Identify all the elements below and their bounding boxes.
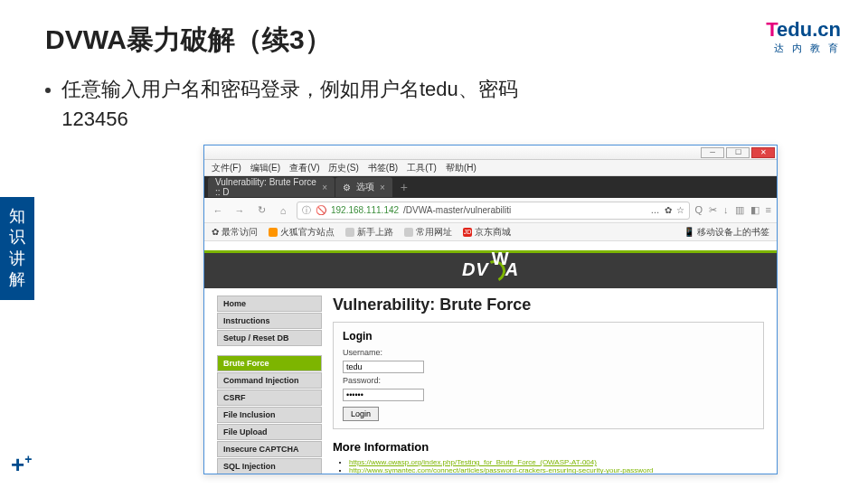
page-icon: [404, 228, 413, 237]
login-heading: Login: [343, 330, 754, 343]
library-icon[interactable]: ▥: [735, 204, 744, 216]
menu-tools[interactable]: 工具(T): [407, 162, 437, 174]
window-titlebar: ─ ☐ ✕: [204, 145, 777, 160]
tab-dvwa[interactable]: Vulnerability: Brute Force :: D×: [208, 177, 335, 197]
menu-icon[interactable]: ≡: [766, 204, 771, 216]
no-track-icon: 🚫: [316, 205, 326, 215]
tab-close-icon[interactable]: ×: [322, 183, 327, 192]
screenshot-icon[interactable]: ✂: [709, 204, 717, 216]
login-button[interactable]: Login: [343, 407, 379, 421]
menu-history[interactable]: 历史(S): [328, 162, 358, 174]
tab-options[interactable]: ⚙选项×: [335, 177, 392, 197]
more-info-heading: More Information: [333, 440, 764, 454]
slide-title: DVWA暴力破解（续3）: [45, 22, 332, 59]
dvwa-sidebar: Home Instructions Setup / Reset DB Brute…: [217, 296, 322, 474]
tab-close-icon[interactable]: ×: [380, 183, 385, 192]
page-title: Vulnerability: Brute Force: [333, 296, 764, 314]
username-input[interactable]: [343, 361, 424, 373]
url-ellipsis: …: [651, 205, 660, 215]
bullet-line1: 任意输入用户名和密码登录，例如用户名tedu、密码: [61, 78, 518, 100]
sidebar-item-fileinc[interactable]: File Inclusion: [217, 407, 322, 423]
sidebar-item-csrf[interactable]: CSRF: [217, 389, 322, 406]
bookmark-mobile[interactable]: 📱移动设备上的书签: [684, 226, 769, 239]
page-icon: [345, 228, 354, 237]
download-icon[interactable]: ↓: [723, 204, 729, 216]
menu-view[interactable]: 查看(V): [289, 162, 319, 174]
reload-button[interactable]: ↻: [253, 204, 269, 216]
star-icon: ✿: [212, 227, 219, 237]
sidebar-item-captcha[interactable]: Insecure CAPTCHA: [217, 441, 322, 457]
toolbar-icons: Q ✂ ↓ ▥ ◧ ≡: [695, 204, 771, 216]
bookmark-most[interactable]: ✿最常访问: [212, 226, 258, 239]
dvwa-logo: DVWA: [462, 259, 519, 282]
logo-t: T: [766, 18, 777, 41]
tab-strip: Vulnerability: Brute Force :: D× ⚙选项× +: [204, 176, 777, 198]
plus-decoration: ++: [11, 451, 32, 479]
sidebar-item-setup[interactable]: Setup / Reset DB: [217, 330, 322, 346]
sidebar-item-bruteforce[interactable]: Brute Force: [217, 355, 322, 371]
dvwa-header: DVWA: [204, 250, 777, 288]
more-info: More Information https://www.owasp.org/i…: [333, 440, 764, 474]
forward-button[interactable]: →: [231, 205, 248, 216]
password-input[interactable]: [343, 389, 424, 401]
sidebar-item-fileup[interactable]: File Upload: [217, 424, 322, 440]
url-path: /DVWA-master/vulnerabiliti: [403, 205, 511, 215]
jd-icon: JD: [463, 228, 472, 237]
sidebar-item-sqli[interactable]: SQL Injection: [217, 458, 322, 474]
username-label: Username:: [343, 348, 754, 357]
close-button[interactable]: ✕: [751, 147, 775, 158]
bullet-line2: 123456: [61, 108, 127, 130]
bookmark-firefox[interactable]: 火狐官方站点: [269, 226, 335, 239]
sidebar-item-cmdinj[interactable]: Command Injection: [217, 372, 322, 389]
maximize-button[interactable]: ☐: [726, 147, 750, 158]
nav-bar: ← → ↻ ⌂ ⓘ 🚫 192.168.111.142/DVWA-master/…: [204, 198, 777, 223]
firefox-icon: [269, 228, 278, 237]
sidebar-item-instructions[interactable]: Instructions: [217, 313, 322, 329]
star-icon[interactable]: ☆: [676, 205, 684, 215]
sidebar-icon[interactable]: ◧: [750, 204, 760, 216]
menu-edit[interactable]: 编辑(E): [250, 162, 280, 174]
info-icon: ⓘ: [302, 204, 311, 217]
menu-file[interactable]: 文件(F): [212, 162, 241, 174]
bullet-dot: [45, 88, 51, 93]
page-content: DVWA Home Instructions Setup / Reset DB …: [204, 241, 777, 474]
sidebar-item-home[interactable]: Home: [217, 296, 322, 312]
url-input[interactable]: ⓘ 🚫 192.168.111.142/DVWA-master/vulnerab…: [297, 202, 690, 220]
bullet-text: 任意输入用户名和密码登录，例如用户名tedu、密码 123456: [45, 74, 518, 134]
brand-logo: Tedu.cn 达 内 教 育: [766, 18, 841, 55]
mobile-icon: 📱: [684, 227, 694, 237]
new-tab-button[interactable]: +: [393, 180, 415, 194]
back-button[interactable]: ←: [210, 205, 226, 216]
info-link-1[interactable]: http://www.symantec.com/connect/articles…: [349, 466, 654, 474]
login-box: Login Username: Password: Login: [333, 322, 764, 429]
side-tab: 知识讲解: [0, 197, 34, 300]
dvwa-main: Vulnerability: Brute Force Login Usernam…: [333, 296, 764, 474]
search-icon[interactable]: Q: [695, 204, 703, 216]
tab-dvwa-label: Vulnerability: Brute Force :: D: [215, 177, 316, 197]
logo-sub: 达 内 教 育: [766, 42, 841, 55]
bookmark-bar: ✿最常访问 火狐官方站点 新手上路 常用网址 JD京东商城 📱移动设备上的书签: [204, 223, 777, 241]
bookmark-jd[interactable]: JD京东商城: [463, 226, 511, 239]
password-label: Password:: [343, 376, 754, 385]
bookmark-common[interactable]: 常用网址: [404, 226, 452, 239]
bookmark-newbie[interactable]: 新手上路: [345, 226, 393, 239]
reader-icon[interactable]: ✿: [665, 205, 672, 215]
menu-bookmarks[interactable]: 书签(B): [368, 162, 398, 174]
browser-window: ─ ☐ ✕ 文件(F) 编辑(E) 查看(V) 历史(S) 书签(B) 工具(T…: [203, 145, 778, 474]
menu-help[interactable]: 帮助(H): [446, 162, 476, 174]
logo-rest: edu.cn: [777, 18, 841, 41]
info-link-0[interactable]: https://www.owasp.org/index.php/Testing_…: [349, 458, 597, 466]
home-button[interactable]: ⌂: [275, 205, 291, 216]
menu-bar: 文件(F) 编辑(E) 查看(V) 历史(S) 书签(B) 工具(T) 帮助(H…: [204, 160, 777, 176]
tab-options-label: 选项: [356, 181, 374, 193]
url-host: 192.168.111.142: [331, 205, 399, 215]
minimize-button[interactable]: ─: [701, 147, 724, 158]
